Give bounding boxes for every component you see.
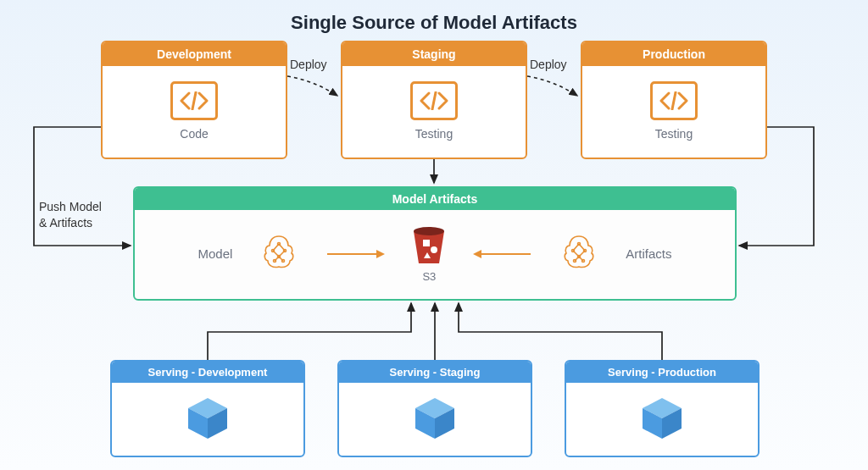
svg-line-34: [579, 257, 583, 261]
serving-box-production: Serving - Production: [565, 360, 760, 457]
serving-box-development: Serving - Development: [110, 360, 305, 457]
s3-bucket-icon: [410, 224, 448, 268]
serving-header-staging: Serving - Staging: [339, 362, 531, 383]
svg-line-9: [273, 244, 279, 251]
env-box-production: Production Testing: [581, 41, 767, 159]
arrow-icon: [326, 248, 385, 260]
svg-line-12: [279, 251, 285, 257]
cube-icon: [412, 395, 458, 444]
svg-line-29: [573, 244, 579, 251]
svg-point-19: [431, 246, 437, 253]
svg-line-13: [275, 257, 279, 261]
svg-line-31: [573, 251, 579, 257]
code-icon: [170, 81, 218, 120]
env-header-staging: Staging: [342, 42, 526, 66]
svg-line-30: [579, 244, 585, 251]
svg-point-17: [414, 227, 444, 235]
code-icon: [650, 81, 698, 120]
artifacts-panel: Model Artifacts Model: [133, 186, 737, 301]
serving-header-production: Serving - Production: [566, 362, 758, 383]
artifacts-label: Artifacts: [626, 246, 671, 261]
cube-icon: [639, 395, 685, 444]
brain-icon: [258, 231, 300, 277]
deploy-label-1: Deploy: [290, 58, 327, 71]
push-label: Push Model& Artifacts: [39, 199, 102, 231]
env-box-staging: Staging Testing: [341, 41, 527, 159]
svg-line-0: [192, 92, 196, 109]
svg-line-11: [273, 251, 279, 257]
env-header-development: Development: [103, 42, 286, 66]
svg-line-1: [432, 92, 436, 109]
svg-marker-16: [376, 250, 385, 258]
svg-line-33: [575, 257, 579, 261]
serving-box-staging: Serving - Staging: [337, 360, 532, 457]
arrow-icon: [473, 248, 532, 260]
svg-line-10: [279, 244, 285, 251]
svg-rect-18: [423, 240, 430, 246]
cube-icon: [185, 395, 231, 444]
svg-marker-22: [473, 250, 481, 258]
env-caption-production: Testing: [655, 127, 693, 141]
serving-header-development: Serving - Development: [112, 362, 303, 383]
diagram-title: Single Source of Model Artifacts: [0, 12, 868, 34]
svg-line-2: [672, 92, 676, 109]
s3-label: S3: [422, 270, 436, 283]
model-label: Model: [198, 246, 232, 261]
svg-line-14: [279, 257, 283, 261]
env-header-production: Production: [582, 42, 765, 66]
env-caption-staging: Testing: [415, 127, 453, 141]
svg-line-32: [579, 251, 585, 257]
brain-icon: [558, 231, 600, 277]
artifacts-header: Model Artifacts: [135, 188, 735, 210]
code-icon: [410, 81, 458, 120]
env-box-development: Development Code: [101, 41, 287, 159]
env-caption-development: Code: [180, 127, 208, 141]
deploy-label-2: Deploy: [530, 58, 567, 71]
